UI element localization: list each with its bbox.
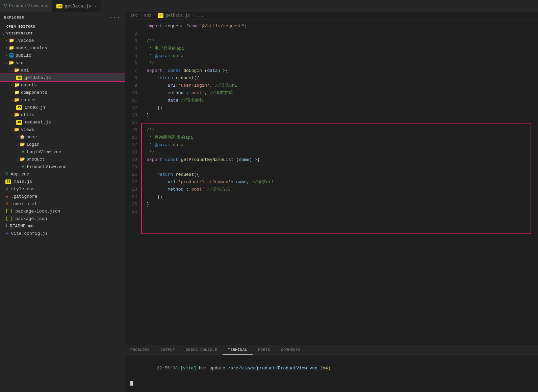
- sidebar-item-request[interactable]: JS request.js: [0, 118, 125, 126]
- chevron-down-icon: ⌄: [5, 61, 7, 65]
- sidebar-item-label: package.json: [16, 216, 47, 221]
- open-editors-section[interactable]: › OPEN EDITORS: [0, 23, 125, 30]
- chevron-down-icon: ⌄: [11, 113, 13, 117]
- sidebar-item-label: .gitignore: [11, 194, 37, 199]
- folder-icon: 📂: [20, 157, 25, 162]
- sep: ›: [140, 13, 142, 18]
- sidebar-item-label: login: [26, 142, 40, 147]
- sidebar-item-label: public: [16, 53, 31, 58]
- sidebar-item-label: assets: [21, 83, 37, 88]
- chevron-down-icon: ⌄: [16, 157, 18, 161]
- sidebar-item-label: node_modules: [16, 46, 47, 51]
- js-icon: JS: [56, 4, 62, 8]
- json-file-icon: { }: [5, 209, 13, 214]
- sidebar-item-login[interactable]: ⌄ 📂 login: [0, 141, 125, 148]
- sidebar-item-label: package-lock.json: [16, 209, 60, 214]
- code-line-24: }): [147, 193, 533, 201]
- sidebar-item-vscode[interactable]: › 📁 .vscode: [0, 37, 125, 44]
- sidebar-item-label: main.js: [14, 179, 32, 184]
- sidebar-item-label: home: [26, 135, 37, 140]
- sidebar-item-node-modules[interactable]: › 📁 node_modules: [0, 44, 125, 52]
- sidebar-item-main-js[interactable]: JS main.js: [0, 178, 125, 185]
- folder-icon: 📂: [14, 97, 20, 103]
- sidebar-item-utils[interactable]: ⌄ 📂 utils: [0, 111, 125, 118]
- line-numbers: 12345 678910 1112131415 1617181920 21222…: [125, 20, 141, 345]
- explorer-header: EXPLORER ···: [0, 12, 125, 23]
- tab-output[interactable]: OUTPUT: [155, 345, 180, 355]
- sidebar-item-productview[interactable]: V ProductView.vue: [0, 163, 125, 170]
- code-content[interactable]: import request from "@/utils/request"; /…: [141, 20, 538, 345]
- sidebar-item-loginview[interactable]: V LoginView.vue: [0, 148, 125, 156]
- sidebar-item-label: README.md: [10, 224, 33, 229]
- code-line-18: */: [147, 149, 533, 156]
- vue-file-icon: V: [5, 172, 8, 177]
- js-file-icon: JS: [16, 105, 22, 110]
- sidebar-item-label: product: [26, 157, 45, 162]
- sidebar-item-label: utils: [21, 112, 34, 117]
- code-area[interactable]: 12345 678910 1112131415 1617181920 21222…: [125, 20, 538, 345]
- sidebar-item-style-css[interactable]: ≡ style.css: [0, 185, 125, 193]
- sidebar-item-index-html[interactable]: H index.html: [0, 200, 125, 207]
- js-icon: JS: [158, 13, 164, 18]
- sidebar-item-label: vite.config.js: [11, 231, 48, 236]
- code-line-4: * 用户登录的api: [147, 45, 533, 52]
- tab-comments[interactable]: COMMENTS: [276, 345, 306, 355]
- tab-ports[interactable]: PORTS: [253, 345, 276, 355]
- sidebar-item-product[interactable]: ⌄ 📂 product: [0, 156, 125, 163]
- sidebar-item-router[interactable]: ⌄ 📂 router: [0, 96, 125, 104]
- sidebar-item-getdata[interactable]: JS getData.js: [0, 74, 125, 81]
- code-line-12: }): [147, 104, 533, 112]
- chevron-right-icon: ›: [5, 54, 7, 57]
- folder-icon: 📂: [9, 60, 14, 65]
- sep: ›: [153, 13, 156, 18]
- code-line-1: import request from "@/utils/request";: [147, 23, 533, 30]
- sidebar-item-vite-config[interactable]: ⚡ vite.config.js: [0, 230, 125, 237]
- sidebar-item-package-json[interactable]: { } package.json: [0, 215, 125, 222]
- sidebar-item-views[interactable]: ⌄ 📂 views: [0, 126, 125, 133]
- tab-problems[interactable]: PROBLEMS: [125, 345, 155, 355]
- chevron-down-icon: ⌄: [3, 31, 5, 35]
- terminal-cmd: hmr update: [196, 366, 228, 371]
- sidebar-item-label: api: [21, 68, 29, 73]
- sidebar-item-label: LoginView.vue: [27, 149, 61, 155]
- sidebar-item-readme[interactable]: ℹ README.md: [0, 222, 125, 230]
- sidebar-item-label: index.js: [25, 105, 46, 110]
- close-icon[interactable]: ✕: [94, 4, 97, 8]
- tab-productview[interactable]: V ProductView.vue: [0, 0, 52, 12]
- cursor: [130, 381, 133, 386]
- breadcrumb-api: api: [144, 13, 152, 18]
- terminal-content[interactable]: 22:55:08 [vite] hmr update /src/views/pr…: [125, 355, 538, 392]
- chevron-down-icon: ⌄: [11, 98, 13, 102]
- git-file-icon: ◈: [5, 194, 8, 199]
- code-line-22: url:'product/list?name='+ name, //请求url: [147, 178, 533, 186]
- sidebar-item-label: style.css: [11, 187, 34, 192]
- sidebar-item-components[interactable]: › 📁 components: [0, 89, 125, 96]
- tab-getdata-label: getData.js: [65, 4, 91, 9]
- tab-getdata[interactable]: JS getData.js ✕: [52, 0, 101, 12]
- tab-terminal[interactable]: TERMINAL: [223, 345, 253, 355]
- explorer-title: EXPLORER: [4, 16, 24, 20]
- code-line-14: [147, 119, 533, 127]
- sidebar-item-home[interactable]: › 🏠 home: [0, 133, 125, 141]
- chevron-right-icon: ›: [16, 135, 18, 139]
- panel-tabs: PROBLEMS OUTPUT DEBUG CONSOLE TERMINAL P…: [125, 345, 538, 355]
- js-file-icon: JS: [16, 119, 22, 125]
- sidebar-item-api[interactable]: ⌄ 📂 api: [0, 66, 125, 74]
- sidebar-item-src[interactable]: ⌄ 📂 src: [0, 59, 125, 66]
- code-line-7: export const doLogin=(data)=>{: [147, 67, 533, 75]
- viteproject-section[interactable]: ⌄ VITEPROJECT: [0, 30, 125, 37]
- sidebar-item-public[interactable]: › 🌐 public: [0, 52, 125, 59]
- sidebar-item-gitignore[interactable]: ◈ .gitignore: [0, 193, 125, 200]
- code-line-25: }: [147, 201, 533, 208]
- more-icon[interactable]: ···: [109, 15, 121, 21]
- tab-debug-console[interactable]: DEBUG CONSOLE: [180, 345, 223, 355]
- code-line-9: url:'user/login', //请求url: [147, 82, 533, 89]
- sidebar-item-package-lock[interactable]: { } package-lock.json: [0, 207, 125, 215]
- sidebar-item-router-index[interactable]: JS index.js: [0, 104, 125, 111]
- sidebar-item-app-vue[interactable]: V App.vue: [0, 170, 125, 178]
- chevron-icon: ›: [3, 25, 5, 29]
- css-file-icon: ≡: [5, 186, 8, 192]
- folder-icon: 📁: [14, 90, 20, 95]
- sidebar-item-assets[interactable]: › 📁 assets: [0, 81, 125, 89]
- code-line-11: data //请求参数: [147, 97, 533, 104]
